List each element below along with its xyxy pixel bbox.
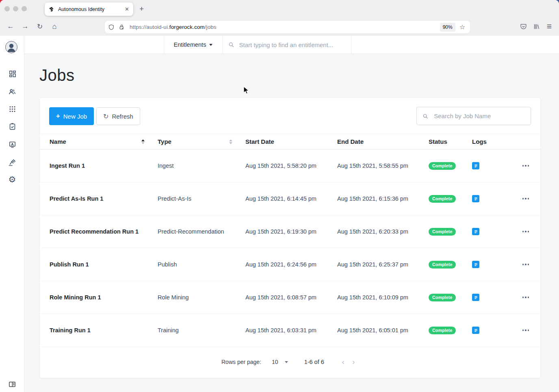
column-header-name[interactable]: Name bbox=[50, 138, 158, 145]
sidebar-item-applications[interactable] bbox=[0, 105, 24, 113]
row-actions-ellipsis[interactable] bbox=[511, 329, 540, 331]
job-type: Training bbox=[158, 327, 245, 334]
table-row[interactable]: Publish Run 1 Publish Aug 15th 2021, 6:2… bbox=[40, 248, 540, 281]
job-name: Predict Recommendation Run 1 bbox=[50, 228, 158, 235]
library-icon[interactable] bbox=[530, 20, 543, 33]
job-end-date: Aug 15th 2021, 6:05:01 pm bbox=[337, 327, 429, 334]
collapse-sidebar-button[interactable] bbox=[0, 381, 24, 388]
sidebar-item-users[interactable] bbox=[0, 88, 24, 96]
job-name: Predict As-Is Run 1 bbox=[50, 195, 158, 202]
new-tab-button[interactable]: + bbox=[139, 4, 144, 14]
logs-document-icon bbox=[474, 164, 478, 168]
job-type: Predict-As-Is bbox=[158, 195, 245, 202]
refresh-button[interactable]: ↻ Refresh bbox=[96, 107, 140, 125]
column-header-end-date[interactable]: End Date bbox=[337, 138, 429, 145]
sort-icon[interactable] bbox=[229, 139, 232, 144]
sidebar-item-settings[interactable]: ⚙ bbox=[0, 175, 24, 184]
pocket-icon[interactable] bbox=[517, 20, 530, 33]
bookmark-star-icon[interactable]: ☆ bbox=[459, 23, 465, 31]
collapse-sidebar-icon bbox=[9, 381, 16, 388]
entitlement-search[interactable] bbox=[223, 36, 351, 54]
job-start-date: Aug 15th 2021, 6:08:57 pm bbox=[245, 294, 337, 301]
browser-tab[interactable]: Autonomous Identity ✕ bbox=[45, 2, 133, 16]
job-name: Role Mining Run 1 bbox=[50, 294, 158, 301]
status-badge: Complete bbox=[429, 327, 456, 334]
back-button[interactable]: ← bbox=[4, 20, 17, 33]
menu-hamburger-icon[interactable]: ≡ bbox=[543, 20, 556, 33]
entitlement-search-input[interactable] bbox=[239, 41, 345, 48]
table-row[interactable]: Ingest Run 1 Ingest Aug 15th 2021, 5:58:… bbox=[40, 149, 540, 182]
tab-title: Autonomous Identity bbox=[58, 6, 121, 12]
tracking-shield-icon[interactable] bbox=[108, 24, 115, 30]
home-button[interactable]: ⌂ bbox=[48, 20, 61, 33]
sidebar-item-tasks[interactable] bbox=[0, 123, 24, 130]
row-actions-ellipsis[interactable] bbox=[511, 198, 540, 199]
main-content: Jobs + New Job ↻ Refresh Name bbox=[24, 54, 559, 392]
sort-icon[interactable] bbox=[141, 139, 145, 144]
maximize-window-button[interactable] bbox=[22, 6, 27, 11]
next-page-button[interactable]: › bbox=[348, 357, 359, 366]
logs-document-icon bbox=[474, 295, 478, 300]
row-actions-ellipsis[interactable] bbox=[511, 297, 540, 298]
logs-button[interactable] bbox=[472, 228, 479, 235]
forgerock-logo-icon bbox=[49, 6, 55, 12]
window-controls[interactable] bbox=[4, 6, 27, 11]
chevron-down-icon bbox=[285, 361, 288, 363]
logs-button[interactable] bbox=[472, 294, 479, 301]
table-row[interactable]: Role Mining Run 1 Role Mining Aug 15th 2… bbox=[40, 281, 540, 314]
context-dropdown[interactable]: Entitlements bbox=[164, 36, 223, 54]
close-window-button[interactable] bbox=[4, 6, 10, 11]
reload-button[interactable]: ↻ bbox=[33, 20, 46, 33]
url-text: https://autoid-ui.forgerock.com/jobs bbox=[130, 24, 217, 30]
zoom-level-indicator[interactable]: 90% bbox=[440, 23, 455, 32]
sidebar-item-rules[interactable] bbox=[0, 158, 24, 167]
users-icon bbox=[8, 88, 16, 96]
column-header-start-date[interactable]: Start Date bbox=[245, 138, 337, 145]
dashboard-icon bbox=[9, 70, 16, 78]
search-icon bbox=[422, 113, 428, 119]
table-row[interactable]: Predict As-Is Run 1 Predict-As-Is Aug 15… bbox=[40, 182, 540, 215]
logs-button[interactable] bbox=[472, 261, 479, 268]
job-search-input[interactable] bbox=[434, 113, 525, 119]
row-actions-ellipsis[interactable] bbox=[511, 165, 540, 167]
status-badge: Complete bbox=[429, 294, 456, 301]
column-header-status[interactable]: Status bbox=[429, 138, 472, 145]
previous-page-button[interactable]: ‹ bbox=[338, 357, 349, 366]
logs-button[interactable] bbox=[472, 195, 479, 202]
table-row[interactable]: Predict Recommendation Run 1 Predict-Rec… bbox=[40, 215, 540, 248]
table-row[interactable]: Training Run 1 Training Aug 15th 2021, 6… bbox=[40, 314, 540, 347]
job-start-date: Aug 15th 2021, 5:58:20 pm bbox=[245, 162, 337, 169]
minimize-window-button[interactable] bbox=[13, 6, 18, 11]
refresh-label: Refresh bbox=[112, 113, 133, 120]
lock-warning-icon[interactable] bbox=[119, 24, 125, 30]
job-end-date: Aug 15th 2021, 6:10:09 pm bbox=[337, 294, 429, 301]
row-actions-ellipsis[interactable] bbox=[511, 231, 540, 232]
job-end-date: Aug 15th 2021, 6:15:36 pm bbox=[337, 195, 429, 202]
address-bar[interactable]: https://autoid-ui.forgerock.com/jobs 90%… bbox=[105, 21, 470, 33]
logs-button[interactable] bbox=[472, 162, 479, 169]
logs-document-icon bbox=[474, 230, 478, 234]
context-dropdown-label: Entitlements bbox=[174, 41, 206, 48]
forward-button[interactable]: → bbox=[19, 20, 32, 33]
search-icon bbox=[228, 41, 234, 48]
job-start-date: Aug 15th 2021, 6:19:30 pm bbox=[245, 228, 337, 235]
logs-document-icon bbox=[474, 262, 478, 267]
new-job-button[interactable]: + New Job bbox=[49, 107, 94, 125]
column-header-type[interactable]: Type bbox=[158, 138, 245, 145]
row-actions-ellipsis[interactable] bbox=[511, 264, 540, 265]
sidebar-item-dashboard[interactable] bbox=[0, 70, 24, 78]
sidebar-item-identities[interactable] bbox=[0, 141, 24, 148]
logs-button[interactable] bbox=[472, 327, 479, 334]
column-header-logs[interactable]: Logs bbox=[472, 138, 511, 145]
applications-grid-icon bbox=[9, 105, 16, 113]
job-start-date: Aug 15th 2021, 6:14:45 pm bbox=[245, 195, 337, 202]
refresh-icon: ↻ bbox=[103, 113, 108, 120]
job-name: Training Run 1 bbox=[50, 327, 158, 334]
app-header: Entitlements bbox=[24, 36, 559, 54]
user-avatar[interactable] bbox=[5, 41, 17, 53]
rows-per-page-select[interactable]: 10 bbox=[272, 359, 288, 365]
job-search[interactable] bbox=[416, 107, 531, 125]
table-body: Ingest Run 1 Ingest Aug 15th 2021, 5:58:… bbox=[40, 149, 540, 347]
browser-chrome: Autonomous Identity ✕ + ← → ↻ ⌂ https://… bbox=[0, 0, 559, 36]
close-tab-icon[interactable]: ✕ bbox=[125, 6, 129, 12]
